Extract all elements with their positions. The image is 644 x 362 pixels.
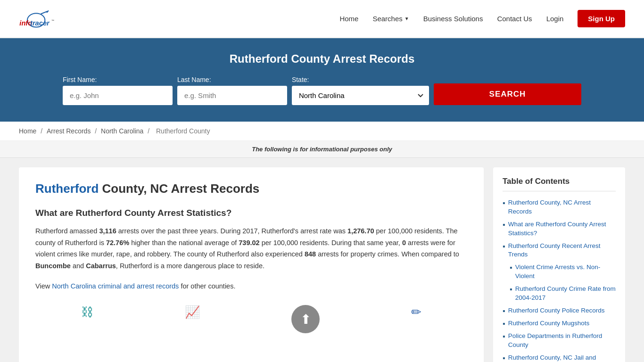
toc-link[interactable]: Rutherford County Recent Arrest Trends	[508, 242, 616, 260]
logo[interactable]: info tracer ™	[19, 6, 57, 32]
sidebar: Table of Contents ▪Rutherford County, NC…	[493, 167, 625, 362]
login-button[interactable]: Login	[546, 15, 564, 23]
breadcrumb-arrest-records[interactable]: Arrest Records	[47, 127, 91, 135]
site-header: info tracer ™ Home Searches ▼ Business S…	[0, 0, 644, 38]
logo-area: info tracer ™	[19, 6, 57, 32]
violent-arrests: 0	[402, 239, 406, 247]
nav-contact[interactable]: Contact Us	[497, 15, 532, 23]
toc-link[interactable]: Rutherford County, NC Jail and Inmate...	[508, 354, 616, 362]
article: Rutherford County, NC Arrest Records Wha…	[19, 167, 484, 362]
nav-home[interactable]: Home	[339, 15, 358, 23]
article-title: Rutherford County, NC Arrest Records	[35, 181, 467, 196]
link-paragraph: View North Carolina criminal and arrest …	[35, 280, 467, 292]
toc-link[interactable]: Rutherford County Police Records	[508, 306, 605, 315]
state-group: State: North Carolina Alabama Alaska Ari…	[292, 76, 429, 105]
icon-handcuffs-item: ⛓	[81, 305, 93, 333]
toc-link[interactable]: Rutherford County Crime Rate from 2004-2…	[515, 285, 616, 303]
state-select[interactable]: North Carolina Alabama Alaska Arizona Ca…	[292, 86, 429, 105]
toc-item: ▪Rutherford County, NC Arrest Records	[503, 198, 616, 216]
toc-link[interactable]: Rutherford County, NC Arrest Records	[508, 198, 616, 216]
toc-heading: Table of Contents	[503, 177, 616, 191]
svg-text:tracer: tracer	[30, 19, 50, 27]
signup-button[interactable]: Sign Up	[578, 10, 625, 27]
last-name-label: Last Name:	[177, 76, 287, 83]
info-bar-text: The following is for informational purpo…	[252, 146, 392, 153]
searches-label: Searches	[372, 15, 402, 23]
last-name-input[interactable]	[177, 86, 287, 105]
toc-bullet-icon: ▪	[503, 320, 505, 328]
chevron-down-icon: ▼	[405, 16, 409, 21]
toc-link[interactable]: What are Rutherford County Arrest Statis…	[508, 220, 616, 238]
first-name-input[interactable]	[63, 86, 173, 105]
nav-business[interactable]: Business Solutions	[423, 15, 483, 23]
national-avg: 739.02	[239, 239, 259, 247]
first-name-label: First Name:	[63, 76, 173, 83]
main-wrapper: Rutherford County, NC Arrest Records Wha…	[0, 158, 644, 362]
icon-scroll-item: ⬆	[291, 305, 320, 333]
info-bar: The following is for informational purpo…	[0, 141, 644, 158]
breadcrumb-nc[interactable]: North Carolina	[101, 127, 143, 135]
title-rest: County, NC Arrest Records	[99, 181, 259, 196]
toc-item: ▪Rutherford County Mugshots	[503, 319, 616, 328]
link-prefix: View	[35, 282, 52, 290]
toc-bullet-icon: ▪	[503, 199, 505, 207]
toc-item: ▪Rutherford County, NC Jail and Inmate..…	[503, 354, 616, 362]
toc-list: ▪Rutherford County, NC Arrest Records▪Wh…	[503, 198, 616, 362]
icon-chart-item: 📈	[185, 305, 200, 333]
handcuffs-icon: ⛓	[81, 305, 93, 320]
link-suffix: for other counties.	[179, 282, 235, 290]
first-name-group: First Name:	[63, 76, 173, 105]
toc-bullet-icon: ▪	[503, 307, 505, 315]
icon-pencil-item: ✏	[411, 305, 421, 333]
percent-higher: 72.76%	[106, 239, 129, 247]
breadcrumb-home[interactable]: Home	[19, 127, 36, 135]
chart-icon: 📈	[185, 305, 200, 320]
compare1: Buncombe	[35, 262, 71, 270]
scroll-icon: ⬆	[300, 312, 311, 327]
toc-item: ▪Rutherford County Crime Rate from 2004-…	[503, 285, 616, 303]
toc-link[interactable]: Rutherford County Mugshots	[508, 319, 590, 328]
title-highlight: Rutherford	[35, 181, 99, 196]
toc-bullet-icon: ▪	[503, 242, 505, 251]
svg-text:™: ™	[51, 19, 54, 22]
arrests-count: 3,116	[99, 227, 116, 235]
toc-item: ▪Rutherford County Police Records	[503, 306, 616, 315]
icons-row: ⛓ 📈 ⬆ ✏	[35, 300, 467, 333]
scroll-icon-bg: ⬆	[291, 305, 320, 333]
search-button[interactable]: SEARCH	[434, 83, 581, 105]
toc-bullet-icon: ▪	[503, 354, 505, 362]
last-name-group: Last Name:	[177, 76, 287, 105]
article-paragraph1: Rutherford amassed 3,116 arrests over th…	[35, 225, 467, 272]
state-label: State:	[292, 76, 429, 83]
nc-records-link[interactable]: North Carolina criminal and arrest recor…	[52, 282, 179, 290]
hero-title: Rutherford County Arrest Records	[19, 52, 625, 66]
toc-item: ▪What are Rutherford County Arrest Stati…	[503, 220, 616, 238]
toc-bullet-icon: ▪	[510, 285, 512, 294]
pencil-icon: ✏	[411, 305, 421, 320]
toc-item: ▪Rutherford County Recent Arrest Trends	[503, 242, 616, 260]
toc-item: ▪Police Departments in Rutherford County	[503, 332, 616, 350]
property-arrests: 848	[305, 250, 316, 258]
breadcrumb-sep2: /	[95, 127, 99, 135]
arrest-rate: 1,276.70	[347, 227, 374, 235]
search-form: First Name: Last Name: State: North Caro…	[63, 76, 581, 105]
hero-section: Rutherford County Arrest Records First N…	[0, 38, 644, 122]
breadcrumb-sep3: /	[148, 127, 151, 135]
toc-bullet-icon: ▪	[510, 263, 512, 272]
toc-link[interactable]: Police Departments in Rutherford County	[508, 332, 616, 350]
compare2: Cabarrus	[86, 262, 116, 270]
section1-heading: What are Rutherford County Arrest Statis…	[35, 208, 467, 218]
breadcrumb-rutherford: Rutherford County	[156, 127, 210, 135]
nav-searches[interactable]: Searches ▼	[372, 15, 409, 23]
toc-bullet-icon: ▪	[503, 332, 505, 341]
table-of-contents: Table of Contents ▪Rutherford County, NC…	[493, 167, 625, 362]
toc-bullet-icon: ▪	[503, 221, 505, 229]
breadcrumb: Home / Arrest Records / North Carolina /…	[0, 122, 644, 141]
toc-link[interactable]: Violent Crime Arrests vs. Non-Violent	[515, 263, 616, 281]
breadcrumb-sep1: /	[41, 127, 44, 135]
main-nav: Home Searches ▼ Business Solutions Conta…	[339, 10, 625, 27]
toc-item: ▪Violent Crime Arrests vs. Non-Violent	[503, 263, 616, 281]
